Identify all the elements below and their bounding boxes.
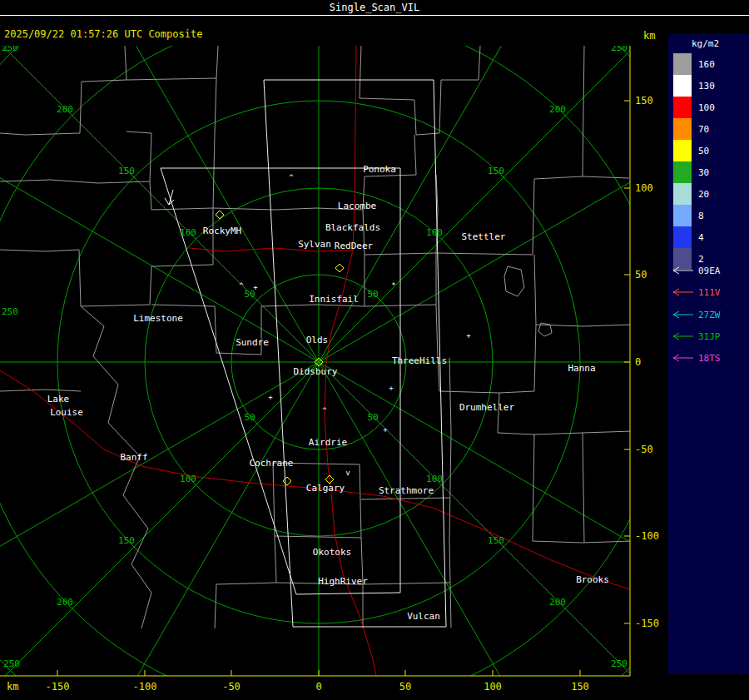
city-label: Airdrie [309, 437, 347, 448]
station-marker-icon: + [253, 283, 258, 291]
city-label: Cochrane [250, 458, 294, 469]
color-scale: 160 130 100 70 50 30 20 8 4 2 [673, 53, 715, 270]
city-label: Lake [47, 394, 70, 405]
scale-swatch [673, 205, 692, 226]
city-label: Olds [306, 335, 329, 345]
city-label: Didsbury [294, 366, 338, 377]
range-label: 100 [180, 227, 196, 238]
station-marker-icon: + [466, 331, 471, 340]
scale-value: 50 [698, 146, 709, 156]
city-label: Calgary [306, 483, 345, 494]
city-label: Stettler [462, 231, 506, 242]
city-label: Sundre [236, 337, 269, 348]
radar-map-canvas[interactable]: 250 200 150 100 50 50 100 150 200 250 50… [0, 46, 666, 700]
storm-diamond-icon [283, 477, 291, 485]
station-marker-icon: ^ [239, 281, 244, 290]
range-label: 250 [3, 658, 20, 669]
legend-unit: kg/m2 [692, 38, 719, 49]
range-label: 150 [118, 166, 135, 176]
legend-graphics: kg/m2 160 130 100 70 50 30 20 8 4 2 [668, 33, 749, 674]
track-id: 111V [698, 287, 721, 298]
city-label: Blackfalds [325, 222, 380, 233]
range-label: 200 [549, 597, 566, 608]
station-marker-icon: ^ [322, 406, 327, 415]
range-label: 200 [57, 597, 73, 608]
station-marker-icon: * [391, 281, 395, 290]
scale-swatch [673, 75, 692, 97]
bottom-axis-labels: km -150 -100 -50 0 50 100 150 [7, 681, 589, 693]
track-arrow-icon [673, 289, 693, 295]
track-id: 18TS [698, 353, 721, 364]
axis-tick-label: -50 [222, 681, 241, 693]
scale-value: 130 [698, 81, 715, 92]
city-label: Louise [50, 407, 83, 418]
scale-swatch [673, 226, 692, 248]
city-label: Limestone [133, 313, 183, 324]
storm-track-arrow-icon [165, 190, 174, 205]
range-label: 200 [57, 104, 73, 115]
axis-tick-label: 50 [399, 681, 411, 693]
station-marker-icon: v [345, 469, 350, 477]
axis-tick-label: 100 [484, 681, 502, 693]
city-label: Ponoka [363, 164, 396, 175]
city-label: Hanna [568, 363, 595, 374]
station-marker-icon: + [383, 425, 388, 434]
legend-panel: kg/m2 160 130 100 70 50 30 20 8 4 2 [668, 33, 749, 674]
right-axis-unit: km [643, 30, 655, 42]
city-label: RedDeer [335, 241, 374, 251]
range-label: 100 [426, 227, 443, 238]
track-id: 09EA [698, 266, 721, 276]
range-label: 100 [426, 474, 443, 484]
city-label: RockyMH [203, 226, 241, 236]
axis-tick-label: -150 [46, 681, 70, 693]
scale-swatch [673, 53, 692, 75]
city-labels: Ponoka Lacombe Blackfalds Sylvan RedDeer… [47, 164, 609, 622]
scale-value: 100 [698, 102, 715, 113]
station-marker-icon: ^ [289, 173, 294, 181]
scale-value: 8 [698, 211, 704, 221]
track-arrow-icon [673, 311, 693, 318]
axis-tick-label: 0 [635, 356, 641, 368]
city-label: Okotoks [313, 547, 351, 558]
station-marker-icon: + [389, 384, 394, 392]
city-label: ThreeHills [392, 355, 447, 366]
storm-diamond-icon [335, 264, 344, 272]
city-label: HighRiver [318, 576, 368, 587]
axis-tick-label: 150 [571, 681, 589, 693]
scale-value: 2 [698, 254, 704, 265]
axis-tick-label: 150 [635, 95, 653, 107]
scale-swatch [673, 161, 692, 183]
axis-tick-label: -100 [133, 681, 157, 693]
scale-swatch [673, 140, 692, 161]
axis-lines [0, 46, 630, 676]
track-arrow-icon [673, 355, 693, 361]
range-label: 150 [488, 535, 504, 546]
storm-diamond-icon [216, 211, 224, 219]
highway-lines [0, 46, 630, 676]
bottom-axis-unit: km [7, 681, 18, 693]
axis-tick-label: -150 [635, 618, 659, 629]
axis-tick-label: 0 [315, 681, 321, 693]
city-label: Lacombe [338, 201, 376, 211]
scan-timestamp: 2025/09/22 01:57:26 UTC Composite [4, 28, 202, 40]
range-label: 50 [367, 289, 378, 300]
scale-value: 20 [698, 189, 709, 200]
range-label: 100 [180, 474, 196, 484]
range-label: 150 [118, 535, 135, 546]
scale-value: 70 [698, 124, 709, 135]
axis-tick-label: 100 [635, 182, 653, 194]
track-id: 27ZW [698, 310, 721, 320]
range-label: 250 [2, 306, 18, 317]
scale-swatch [673, 97, 692, 118]
city-label: Sylvan [298, 239, 331, 250]
right-axis-labels: 150 100 50 0 -50 -100 -150 [635, 95, 659, 629]
range-label: 250 [2, 46, 18, 53]
city-label: Banff [120, 452, 147, 463]
window-title: Single_Scan_VIL [0, 0, 749, 16]
scale-swatch [673, 118, 692, 140]
storm-track-legend: 09EA 111V 27ZW 31JP 18TS [673, 266, 721, 364]
city-label: Strathmore [379, 485, 434, 496]
city-label: Brooks [576, 574, 609, 585]
city-label: Drumheller [459, 402, 515, 413]
station-marker-icon: + [268, 393, 273, 401]
